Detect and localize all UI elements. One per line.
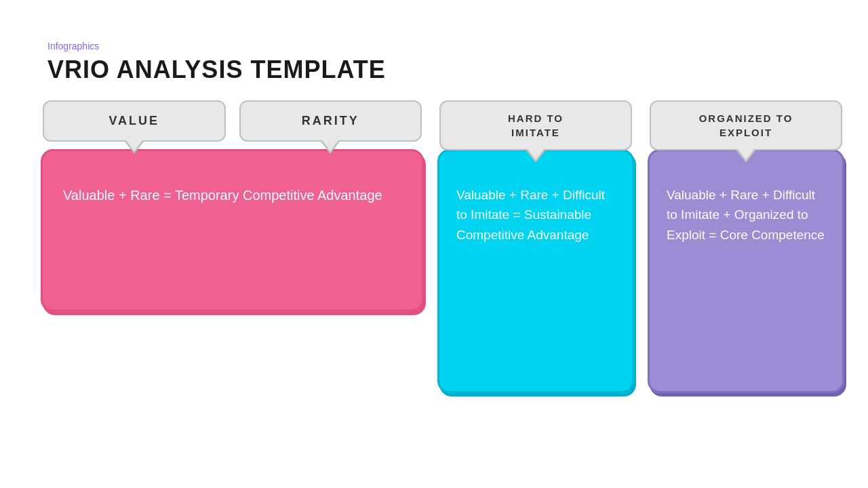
cyan-tooltip: HARD TOIMITATE xyxy=(439,100,632,150)
cyan-card: HARD TOIMITATE Valuable + Rare + Difficu… xyxy=(437,149,634,393)
purple-card-text: Valuable + Rare + Difficult to Imitate +… xyxy=(667,185,825,245)
cards-container: VALUE RARITY Valuable + Rare = Temporary… xyxy=(41,149,827,393)
pink-card-text: Valuable + Rare = Temporary Competitive … xyxy=(63,185,401,205)
pink-card: VALUE RARITY Valuable + Rare = Temporary… xyxy=(41,149,424,312)
rarity-label: RARITY xyxy=(302,114,359,127)
rarity-bubble: RARITY xyxy=(239,100,422,142)
value-bubble: VALUE xyxy=(43,100,226,142)
header: Infographics VRIO ANALYSIS TEMPLATE xyxy=(47,41,386,84)
cyan-card-text: Valuable + Rare + Difficult to Imitate =… xyxy=(456,185,615,245)
purple-tooltip: ORGANIZED TOEXPLOIT xyxy=(650,100,842,150)
value-label: VALUE xyxy=(108,114,159,127)
category-label: Infographics xyxy=(47,41,386,52)
pink-tooltip-row: VALUE RARITY xyxy=(43,100,422,142)
organized-to-exploit-bubble: ORGANIZED TOEXPLOIT xyxy=(650,100,842,150)
page-title: VRIO ANALYSIS TEMPLATE xyxy=(47,56,386,84)
purple-card: ORGANIZED TOEXPLOIT Valuable + Rare + Di… xyxy=(648,149,844,393)
page: Infographics VRIO ANALYSIS TEMPLATE VALU… xyxy=(0,0,868,488)
hard-to-imitate-bubble: HARD TOIMITATE xyxy=(439,100,632,150)
